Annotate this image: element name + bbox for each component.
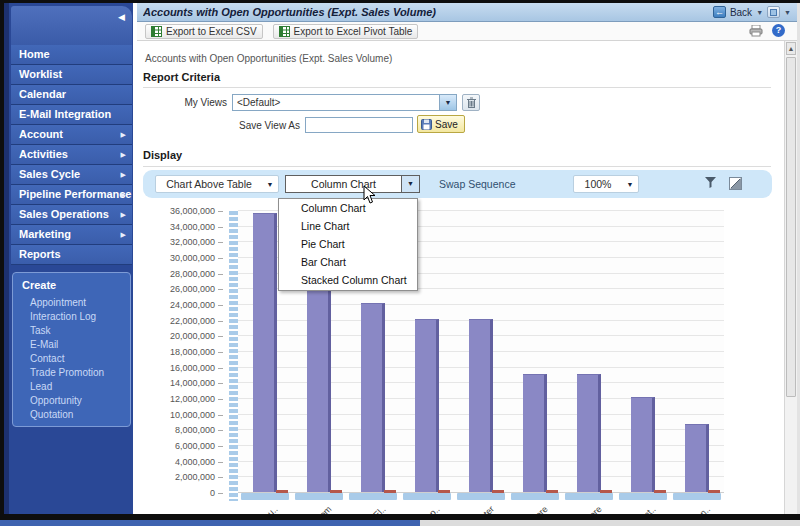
create-item-trade-promotion[interactable]: Trade Promotion xyxy=(13,366,130,380)
filter-button[interactable] xyxy=(705,177,716,190)
x-axis-segment xyxy=(511,493,559,500)
y-axis-tick-label: 2,000,000 xyxy=(175,472,223,482)
create-item-opportunity[interactable]: Opportunity xyxy=(13,394,130,408)
zoom-dropdown-icon: ▼ xyxy=(622,181,638,188)
excel-icon xyxy=(151,26,162,37)
zoom-select[interactable]: 100% ▼ xyxy=(573,175,639,193)
chart-base-marker xyxy=(276,490,288,493)
sidebar-item-label: Sales Operations xyxy=(19,208,109,220)
menu-item-line-chart[interactable]: Line Chart xyxy=(279,217,417,235)
export-to-excel-csv-button[interactable]: Export to Excel CSV xyxy=(145,24,263,39)
sidebar-item-pipeline-performance[interactable]: Pipeline Performance▶ xyxy=(11,185,132,205)
save-view-as-input[interactable] xyxy=(305,117,413,133)
y-axis-tick-label: 34,000,000 xyxy=(170,222,223,232)
main-area: Accounts with Open Opportunities (Expt. … xyxy=(137,3,797,514)
scrollbar-up-icon[interactable]: ▲ xyxy=(786,42,796,55)
sidebar-item-label: Calendar xyxy=(19,88,66,100)
back-icon[interactable]: ← xyxy=(713,6,726,18)
y-axis-tick-label: 6,000,000 xyxy=(175,441,223,451)
delete-view-button[interactable] xyxy=(462,94,480,111)
sidebar-menu: HomeWorklistCalendarE-Mail IntegrationAc… xyxy=(11,45,132,265)
floppy-disk-icon xyxy=(421,119,432,130)
y-axis-tick-label: 26,000,000 xyxy=(170,284,223,294)
save-button-label: Save xyxy=(435,119,458,130)
vertical-scrollbar[interactable]: ▲ xyxy=(784,41,797,514)
chart-bar[interactable] xyxy=(631,397,655,492)
help-button[interactable]: ? xyxy=(772,24,785,37)
sidebar-item-reports[interactable]: Reports xyxy=(11,245,132,265)
printer-icon xyxy=(749,25,763,37)
y-axis-tick-label: 0 xyxy=(210,488,223,498)
chart-bar[interactable] xyxy=(361,303,385,492)
chart-type-menu: Column ChartLine ChartPie ChartBar Chart… xyxy=(278,198,418,291)
collapse-sidebar-icon[interactable]: ◀ xyxy=(118,13,125,22)
sidebar-item-calendar[interactable]: Calendar xyxy=(11,85,132,105)
chart-type-select[interactable]: Column Chart ▼ xyxy=(285,175,420,193)
submenu-arrow-icon: ▶ xyxy=(121,165,126,184)
page-titlebar: Accounts with Open Opportunities (Expt. … xyxy=(137,3,797,22)
sidebar-item-home[interactable]: Home xyxy=(11,45,132,65)
divider xyxy=(143,87,771,88)
create-item-e-mail[interactable]: E-Mail xyxy=(13,338,130,352)
sidebar-item-marketing[interactable]: Marketing▶ xyxy=(11,225,132,245)
scrollbar-thumb[interactable] xyxy=(786,57,796,397)
create-item-quotation[interactable]: Quotation xyxy=(13,408,130,422)
create-item-lead[interactable]: Lead xyxy=(13,380,130,394)
forward-button[interactable] xyxy=(767,6,780,18)
save-view-button[interactable]: Save xyxy=(417,115,465,133)
create-item-appointment[interactable]: Appointment xyxy=(13,296,130,310)
menu-item-pie-chart[interactable]: Pie Chart xyxy=(279,235,417,253)
x-axis-segment xyxy=(241,493,289,500)
chart-bar[interactable] xyxy=(415,319,439,492)
back-button[interactable]: Back xyxy=(730,7,752,18)
forward-history-dropdown-icon[interactable]: ▼ xyxy=(784,9,791,16)
sidebar-panel: ◀ HomeWorklistCalendarE-Mail Integration… xyxy=(9,3,133,514)
submenu-arrow-icon: ▶ xyxy=(121,225,126,244)
x-axis-segment xyxy=(295,493,343,500)
create-item-interaction-log[interactable]: Interaction Log xyxy=(13,310,130,324)
x-axis-segment xyxy=(349,493,397,500)
chart-base-marker xyxy=(708,490,720,493)
menu-item-stacked-column-chart[interactable]: Stacked Column Chart xyxy=(279,271,417,289)
chart-column-slot: ..n Int.. xyxy=(616,210,670,492)
chart-base-marker xyxy=(654,490,666,493)
layout-select[interactable]: Chart Above Table ▼ xyxy=(155,175,279,193)
chart-bar[interactable] xyxy=(253,213,277,492)
print-button[interactable] xyxy=(749,25,763,39)
my-views-select[interactable]: <Default> ▼ xyxy=(232,94,457,111)
sidebar-item-account-management[interactable]: Account Management▶ xyxy=(11,125,132,145)
zoom-select-value: 100% xyxy=(574,178,622,190)
chart-bar[interactable] xyxy=(523,374,547,493)
sidebar-item-sales-cycle[interactable]: Sales Cycle▶ xyxy=(11,165,132,185)
export-to-excel-pivot-button[interactable]: Export to Excel Pivot Table xyxy=(273,24,419,39)
my-views-value: <Default> xyxy=(233,97,439,108)
chart-column-slot: ..Store xyxy=(562,210,616,492)
back-history-dropdown-icon[interactable]: ▼ xyxy=(756,9,763,16)
menu-item-column-chart[interactable]: Column Chart xyxy=(279,199,417,217)
chart-type-dropdown-icon[interactable]: ▼ xyxy=(401,176,419,192)
y-axis-tick-label: 28,000,000 xyxy=(170,269,223,279)
menu-item-bar-chart[interactable]: Bar Chart xyxy=(279,253,417,271)
swap-sequence-button[interactable]: Swap Sequence xyxy=(439,178,515,190)
x-axis-segment xyxy=(457,493,505,500)
export-csv-label: Export to Excel CSV xyxy=(166,26,257,37)
sidebar-item-sales-operations[interactable]: Sales Operations▶ xyxy=(11,205,132,225)
chart-bar[interactable] xyxy=(685,424,709,492)
chart-bar[interactable] xyxy=(307,272,331,492)
create-item-task[interactable]: Task xyxy=(13,324,130,338)
my-views-dropdown-icon[interactable]: ▼ xyxy=(439,95,456,110)
report-criteria-heading: Report Criteria xyxy=(143,71,220,83)
maximize-chart-button[interactable] xyxy=(729,177,742,192)
chart-bar[interactable] xyxy=(469,319,493,492)
sidebar-item-worklist[interactable]: Worklist xyxy=(11,65,132,85)
chart-base-marker xyxy=(546,490,558,493)
y-axis-tick-label: 36,000,000 xyxy=(170,206,223,216)
sidebar-item-activities[interactable]: Activities▶ xyxy=(11,145,132,165)
x-axis-segment xyxy=(673,493,721,500)
layout-dropdown-icon: ▼ xyxy=(262,181,278,188)
sidebar-item-e-mail-integration[interactable]: E-Mail Integration xyxy=(11,105,132,125)
chart-column-slot: ..Store xyxy=(508,210,562,492)
chart-base-marker xyxy=(438,490,450,493)
create-item-contact[interactable]: Contact xyxy=(13,352,130,366)
chart-bar[interactable] xyxy=(577,374,601,493)
